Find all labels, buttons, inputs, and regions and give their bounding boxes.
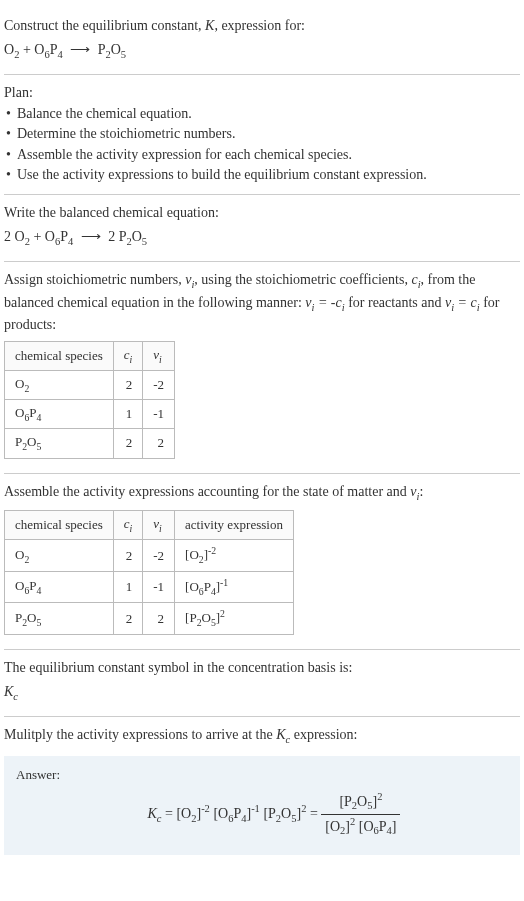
intro-section: Construct the equilibrium constant, K, e… bbox=[4, 8, 520, 75]
answer-label: Answer: bbox=[16, 766, 508, 784]
cell-species: O2 bbox=[5, 540, 114, 572]
table-header-row: chemical species ci νi activity expressi… bbox=[5, 511, 294, 540]
plan-list: •Balance the chemical equation. •Determi… bbox=[4, 104, 520, 185]
plan-item-text: Use the activity expressions to build th… bbox=[17, 165, 427, 185]
table-row: P2O5 2 2 bbox=[5, 429, 175, 458]
bullet-icon: • bbox=[6, 124, 17, 144]
fraction-denominator: [O2]2 [O6P4] bbox=[321, 815, 400, 839]
col-species: chemical species bbox=[5, 511, 114, 540]
kc-symbol-text: The equilibrium constant symbol in the c… bbox=[4, 658, 520, 678]
plan-item-text: Determine the stoichiometric numbers. bbox=[17, 124, 236, 144]
assemble-a: Assemble the activity expressions accoun… bbox=[4, 484, 410, 499]
plan-item-text: Assemble the activity expression for eac… bbox=[17, 145, 352, 165]
plan-item: •Determine the stoichiometric numbers. bbox=[6, 124, 520, 144]
table-row: P2O5 2 2 [P2O5]2 bbox=[5, 603, 294, 635]
cell-c: 2 bbox=[113, 429, 143, 458]
stoich-section: Assign stoichiometric numbers, νi, using… bbox=[4, 262, 520, 474]
table-row: O2 2 -2 bbox=[5, 370, 175, 399]
answer-section: Mulitply the activity expressions to arr… bbox=[4, 717, 520, 863]
activity-section: Assemble the activity expressions accoun… bbox=[4, 474, 520, 650]
cell-species: P2O5 bbox=[5, 429, 114, 458]
table-header-row: chemical species ci νi bbox=[5, 341, 175, 370]
intro-line: Construct the equilibrium constant, K, e… bbox=[4, 16, 520, 36]
cell-c: 2 bbox=[113, 603, 143, 635]
cell-c: 2 bbox=[113, 370, 143, 399]
multiply-b: expression: bbox=[290, 727, 357, 742]
kc-symbol: Kc bbox=[4, 682, 520, 704]
table-row: O6P4 1 -1 bbox=[5, 400, 175, 429]
unbalanced-equation: O2 + O6P4 ⟶ P2O5 bbox=[4, 40, 520, 62]
balanced-section: Write the balanced chemical equation: 2 … bbox=[4, 195, 520, 262]
stoich-d: for reactants and bbox=[345, 295, 445, 310]
balanced-heading: Write the balanced chemical equation: bbox=[4, 203, 520, 223]
cell-v: -2 bbox=[143, 540, 175, 572]
var-nu-i: νi bbox=[185, 272, 194, 287]
col-v: νi bbox=[143, 511, 175, 540]
multiply-a: Mulitply the activity expressions to arr… bbox=[4, 727, 276, 742]
stoich-text: Assign stoichiometric numbers, νi, using… bbox=[4, 270, 520, 335]
eq-reactants: νi = -ci bbox=[305, 295, 344, 310]
plan-item: •Use the activity expressions to build t… bbox=[6, 165, 520, 185]
intro-text-a: Construct the equilibrium constant, bbox=[4, 18, 205, 33]
cell-v: -1 bbox=[143, 571, 175, 603]
table-row: O6P4 1 -1 [O6P4]-1 bbox=[5, 571, 294, 603]
bullet-icon: • bbox=[6, 104, 17, 124]
reaction-arrow-icon: ⟶ bbox=[77, 228, 105, 244]
cell-v: 2 bbox=[143, 429, 175, 458]
plan-section: Plan: •Balance the chemical equation. •D… bbox=[4, 75, 520, 195]
fraction-numerator: [P2O5]2 bbox=[321, 790, 400, 815]
activity-text: Assemble the activity expressions accoun… bbox=[4, 482, 520, 504]
cell-activity: [O2]-2 bbox=[175, 540, 294, 572]
cell-v: 2 bbox=[143, 603, 175, 635]
activity-table: chemical species ci νi activity expressi… bbox=[4, 510, 294, 635]
plan-item-text: Balance the chemical equation. bbox=[17, 104, 192, 124]
table-row: O2 2 -2 [O2]-2 bbox=[5, 540, 294, 572]
cell-c: 1 bbox=[113, 400, 143, 429]
cell-c: 1 bbox=[113, 571, 143, 603]
var-nu-i: νi bbox=[410, 484, 419, 499]
stoich-table: chemical species ci νi O2 2 -2 O6P4 1 -1… bbox=[4, 341, 175, 459]
reaction-arrow-icon: ⟶ bbox=[66, 41, 94, 57]
var-K: K bbox=[205, 18, 214, 33]
cell-c: 2 bbox=[113, 540, 143, 572]
bullet-icon: • bbox=[6, 165, 17, 185]
var-c-i: ci bbox=[411, 272, 420, 287]
col-activity: activity expression bbox=[175, 511, 294, 540]
plan-item: •Balance the chemical equation. bbox=[6, 104, 520, 124]
stoich-b: , using the stoichiometric coefficients, bbox=[194, 272, 411, 287]
fraction: [P2O5]2 [O2]2 [O6P4] bbox=[321, 790, 400, 839]
cell-species: O6P4 bbox=[5, 571, 114, 603]
multiply-text: Mulitply the activity expressions to arr… bbox=[4, 725, 520, 747]
cell-activity: [P2O5]2 bbox=[175, 603, 294, 635]
cell-activity: [O6P4]-1 bbox=[175, 571, 294, 603]
col-species: chemical species bbox=[5, 341, 114, 370]
col-c: ci bbox=[113, 341, 143, 370]
var-Kc: Kc bbox=[276, 727, 290, 742]
cell-species: O2 bbox=[5, 370, 114, 399]
cell-v: -1 bbox=[143, 400, 175, 429]
plan-heading: Plan: bbox=[4, 83, 520, 103]
eq-products: νi = ci bbox=[445, 295, 480, 310]
col-c: ci bbox=[113, 511, 143, 540]
cell-v: -2 bbox=[143, 370, 175, 399]
answer-equation: Kc = [O2]-2 [O6P4]-1 [P2O5]2 = [P2O5]2 [… bbox=[16, 790, 508, 839]
answer-box: Answer: Kc = [O2]-2 [O6P4]-1 [P2O5]2 = [… bbox=[4, 756, 520, 855]
intro-text-b: , expression for: bbox=[214, 18, 305, 33]
cell-species: O6P4 bbox=[5, 400, 114, 429]
bullet-icon: • bbox=[6, 145, 17, 165]
plan-item: •Assemble the activity expression for ea… bbox=[6, 145, 520, 165]
cell-species: P2O5 bbox=[5, 603, 114, 635]
kc-symbol-section: The equilibrium constant symbol in the c… bbox=[4, 650, 520, 717]
col-v: νi bbox=[143, 341, 175, 370]
balanced-equation: 2 O2 + O6P4 ⟶ 2 P2O5 bbox=[4, 227, 520, 249]
stoich-a: Assign stoichiometric numbers, bbox=[4, 272, 185, 287]
